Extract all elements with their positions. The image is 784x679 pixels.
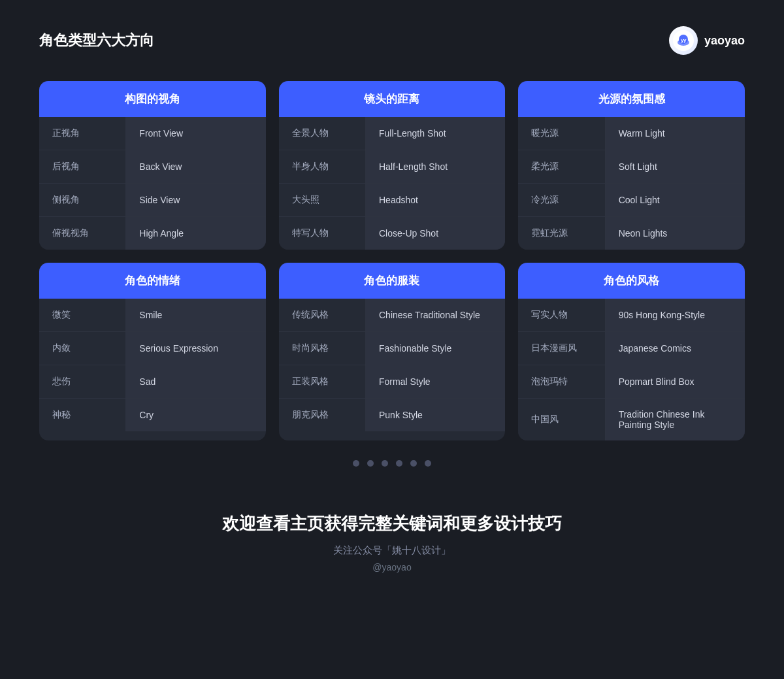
cell-left: 特写人物 <box>279 217 366 250</box>
cell-right: Punk Style <box>366 399 505 431</box>
table-row: 悲伤 Sad <box>39 365 266 399</box>
cell-left: 正装风格 <box>279 365 366 398</box>
table-row: 全景人物 Full-Length Shot <box>279 117 506 150</box>
card-style-body: 写实人物 90s Hong Kong-Style 日本漫画风 Japanese … <box>518 299 745 440</box>
table-row: 半身人物 Half-Length Shot <box>279 150 506 184</box>
table-row: 大头照 Headshot <box>279 184 506 217</box>
table-row: 后视角 Back View <box>39 150 266 184</box>
table-row: 暖光源 Warm Light <box>518 117 745 150</box>
table-row: 侧视角 Side View <box>39 184 266 217</box>
card-style: 角色的风格 写实人物 90s Hong Kong-Style 日本漫画风 Jap… <box>518 263 745 440</box>
cell-right: Smile <box>126 299 265 331</box>
pagination-dot-5[interactable] <box>410 460 417 467</box>
pagination-dot-1[interactable] <box>353 460 359 467</box>
card-style-header: 角色的风格 <box>518 263 745 299</box>
table-row: 日本漫画风 Japanese Comics <box>518 332 745 365</box>
cell-right: Front View <box>126 117 265 150</box>
svg-text:yy: yy <box>681 37 687 43</box>
pagination-dot-2[interactable] <box>367 460 374 467</box>
cell-left: 后视角 <box>39 150 126 183</box>
page-container: 角色类型六大方向 yy yaoyao 构图的视角 正视角 Front View <box>0 0 784 625</box>
cell-left: 日本漫画风 <box>518 332 605 365</box>
cell-left: 半身人物 <box>279 150 366 183</box>
header: 角色类型六大方向 yy yaoyao <box>39 26 745 55</box>
pagination-dot-4[interactable] <box>396 460 402 467</box>
table-row: 柔光源 Soft Light <box>518 150 745 184</box>
table-row: 特写人物 Close-Up Shot <box>279 217 506 250</box>
table-row: 写实人物 90s Hong Kong-Style <box>518 299 745 332</box>
cell-right: Headshot <box>366 184 505 216</box>
cell-left: 冷光源 <box>518 184 605 216</box>
cell-right: Side View <box>126 184 265 216</box>
table-row: 内敛 Serious Expression <box>39 332 266 365</box>
cell-right: Close-Up Shot <box>366 217 505 250</box>
cell-right: Sad <box>126 365 265 398</box>
cell-right: Formal Style <box>366 365 505 398</box>
card-composition: 构图的视角 正视角 Front View 后视角 Back View 侧视角 S… <box>39 81 266 250</box>
cell-left: 暖光源 <box>518 117 605 150</box>
logo-icon: yy <box>669 26 698 55</box>
cell-left: 神秘 <box>39 399 126 431</box>
cell-right: Half-Length Shot <box>366 150 505 183</box>
footer-handle: @yaoyao <box>39 562 745 572</box>
cell-left: 大头照 <box>279 184 366 216</box>
table-row: 微笑 Smile <box>39 299 266 332</box>
cell-left: 柔光源 <box>518 150 605 183</box>
card-light-body: 暖光源 Warm Light 柔光源 Soft Light 冷光源 Cool L… <box>518 117 745 250</box>
cell-right: Neon Lights <box>606 217 745 250</box>
cell-left: 侧视角 <box>39 184 126 216</box>
cell-right: High Angle <box>126 217 265 250</box>
card-emotion-header: 角色的情绪 <box>39 263 266 299</box>
card-lens: 镜头的距离 全景人物 Full-Length Shot 半身人物 Half-Le… <box>279 81 506 250</box>
cell-left: 全景人物 <box>279 117 366 150</box>
cell-right: Warm Light <box>606 117 745 150</box>
cell-left: 霓虹光源 <box>518 217 605 250</box>
footer-main-text: 欢迎查看主页获得完整关键词和更多设计技巧 <box>39 512 745 535</box>
cell-left: 传统风格 <box>279 299 366 331</box>
cell-right: Full-Length Shot <box>366 117 505 150</box>
cell-left: 朋克风格 <box>279 399 366 431</box>
table-row: 中国风 Tradition Chinese Ink Painting Style <box>518 399 745 440</box>
cell-right: Cool Light <box>606 184 745 216</box>
cell-left: 中国风 <box>518 399 605 440</box>
table-row: 泡泡玛特 Popmart Blind Box <box>518 365 745 399</box>
cell-left: 内敛 <box>39 332 126 365</box>
card-lens-header: 镜头的距离 <box>279 81 506 117</box>
cell-right: Japanese Comics <box>606 332 745 365</box>
logo-label: yaoyao <box>704 34 745 48</box>
footer: 欢迎查看主页获得完整关键词和更多设计技巧 关注公众号「姚十八设计」 @yaoya… <box>39 499 745 599</box>
cell-left: 正视角 <box>39 117 126 150</box>
cell-left: 时尚风格 <box>279 332 366 365</box>
footer-sub-text: 关注公众号「姚十八设计」 <box>39 544 745 557</box>
cell-left: 泡泡玛特 <box>518 365 605 398</box>
card-composition-body: 正视角 Front View 后视角 Back View 侧视角 Side Vi… <box>39 117 266 250</box>
cell-right: Soft Light <box>606 150 745 183</box>
page-title: 角色类型六大方向 <box>39 31 154 50</box>
table-row: 正装风格 Formal Style <box>279 365 506 399</box>
card-emotion: 角色的情绪 微笑 Smile 内敛 Serious Expression 悲伤 … <box>39 263 266 440</box>
card-clothing-header: 角色的服装 <box>279 263 506 299</box>
table-row: 朋克风格 Punk Style <box>279 399 506 431</box>
table-row: 俯视视角 High Angle <box>39 217 266 250</box>
table-row: 传统风格 Chinese Traditional Style <box>279 299 506 332</box>
cell-right: Tradition Chinese Ink Painting Style <box>606 399 745 440</box>
cell-right: Fashionable Style <box>366 332 505 365</box>
logo-area: yy yaoyao <box>669 26 745 55</box>
pagination-dot-6[interactable] <box>425 460 431 467</box>
cell-right: 90s Hong Kong-Style <box>606 299 745 331</box>
card-composition-header: 构图的视角 <box>39 81 266 117</box>
cell-right: Back View <box>126 150 265 183</box>
table-row: 正视角 Front View <box>39 117 266 150</box>
pagination-dot-3[interactable] <box>382 460 388 467</box>
table-row: 霓虹光源 Neon Lights <box>518 217 745 250</box>
card-emotion-body: 微笑 Smile 内敛 Serious Expression 悲伤 Sad 神秘… <box>39 299 266 431</box>
card-lens-body: 全景人物 Full-Length Shot 半身人物 Half-Length S… <box>279 117 506 250</box>
table-row: 冷光源 Cool Light <box>518 184 745 217</box>
cell-left: 微笑 <box>39 299 126 331</box>
cell-right: Popmart Blind Box <box>606 365 745 398</box>
cell-left: 写实人物 <box>518 299 605 331</box>
card-light-header: 光源的氛围感 <box>518 81 745 117</box>
cell-left: 俯视视角 <box>39 217 126 250</box>
cell-left: 悲伤 <box>39 365 126 398</box>
pagination <box>39 460 745 467</box>
